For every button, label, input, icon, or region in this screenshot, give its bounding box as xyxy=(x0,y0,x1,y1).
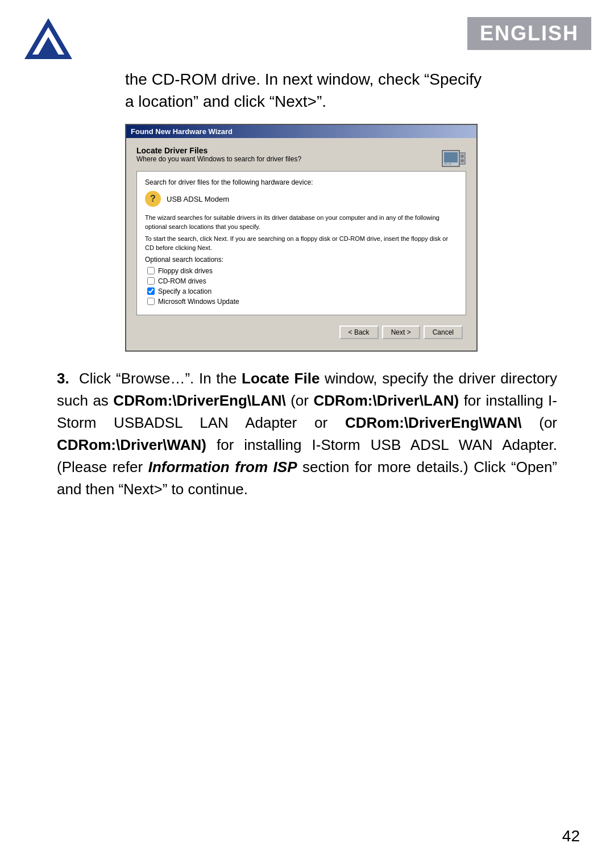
description-text-1: The wizard searches for suitable drivers… xyxy=(145,214,458,231)
cdrom-wan-path: CDRom:\Driver\WAN) xyxy=(57,436,206,453)
windows-update-checkbox[interactable] xyxy=(147,298,155,305)
locate-file-bold: Locate File xyxy=(242,370,320,387)
checkbox-floppy[interactable]: Floppy disk drives xyxy=(147,267,458,275)
specify-label: Specify a location xyxy=(158,287,211,295)
dialog-inner-panel: Search for driver files for the followin… xyxy=(136,171,466,315)
page-number: 42 xyxy=(562,827,580,845)
description-text-2: To start the search, click Next. If you … xyxy=(145,235,458,252)
language-badge: ENGLISH xyxy=(467,17,591,50)
device-name: USB ADSL Modem xyxy=(167,195,229,203)
dialog-body: Locate Driver Files Where do you want Wi… xyxy=(126,138,476,350)
hardware-wizard-icon xyxy=(441,146,466,171)
svg-point-6 xyxy=(460,155,464,158)
cancel-button[interactable]: Cancel xyxy=(424,326,463,339)
svg-rect-8 xyxy=(445,163,447,165)
cdrom-label: CD-ROM drives xyxy=(158,277,206,285)
locate-driver-subtitle: Where do you want Windows to search for … xyxy=(136,155,301,163)
intro-paragraph: the CD-ROM drive. In next window, check … xyxy=(0,62,614,124)
dialog-titlebar: Found New Hardware Wizard xyxy=(126,125,476,138)
cdrom-checkbox[interactable] xyxy=(147,277,155,285)
next-button[interactable]: Next > xyxy=(382,326,420,339)
svg-rect-4 xyxy=(444,152,458,162)
cdrom-wan-eng-path: CDRom:\DriverEng\WAN\ xyxy=(345,414,522,431)
svg-point-7 xyxy=(460,159,464,162)
company-logo xyxy=(23,17,74,62)
step-number: 3. xyxy=(57,370,69,387)
checkbox-cdrom[interactable]: CD-ROM drives xyxy=(147,277,458,285)
checkbox-windows-update[interactable]: Microsoft Windows Update xyxy=(147,298,458,306)
svg-rect-9 xyxy=(449,163,451,165)
hardware-device-label: Search for driver files for the followin… xyxy=(145,178,458,186)
back-button[interactable]: < Back xyxy=(339,326,379,339)
floppy-label: Floppy disk drives xyxy=(158,267,213,275)
windows-update-label: Microsoft Windows Update xyxy=(158,298,239,306)
locate-driver-title: Locate Driver Files xyxy=(136,146,301,155)
device-row: ? USB ADSL Modem xyxy=(145,191,458,207)
page-header: ENGLISH xyxy=(0,0,614,62)
device-unknown-icon: ? xyxy=(145,191,161,207)
cdrom-lan-path: CDRom:\Driver\LAN) xyxy=(313,392,459,409)
floppy-checkbox[interactable] xyxy=(147,267,155,274)
locate-driver-header: Locate Driver Files Where do you want Wi… xyxy=(136,146,301,163)
optional-search-label: Optional search locations: xyxy=(145,256,458,264)
found-new-hardware-wizard-dialog: Found New Hardware Wizard Locate Driver … xyxy=(125,124,478,352)
info-from-isp-italic: Information from ISP xyxy=(148,458,297,475)
cdrom-lan-eng-path: CDRom:\DriverEng\LAN\ xyxy=(113,392,285,409)
checkbox-specify[interactable]: Specify a location xyxy=(147,287,458,295)
dialog-footer: < Back Next > Cancel xyxy=(136,321,466,343)
step3-content: 3. Click “Browse…”. In the Locate File w… xyxy=(0,352,614,518)
specify-checkbox[interactable] xyxy=(147,287,155,295)
